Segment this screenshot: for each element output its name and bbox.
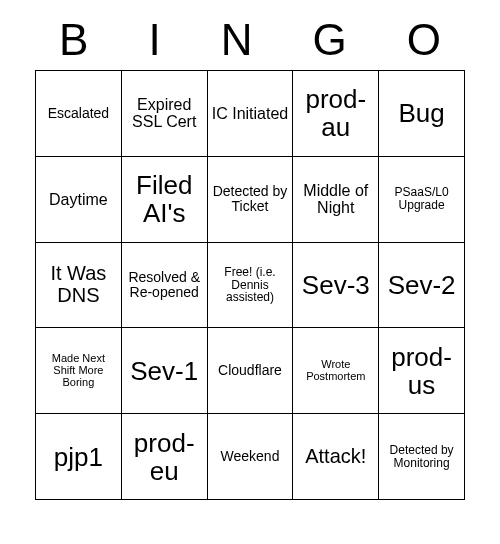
cell-text: Made Next Shift More Boring bbox=[40, 353, 117, 389]
cell-text: Escalated bbox=[48, 106, 109, 121]
bingo-cell[interactable]: Cloudflare bbox=[208, 328, 294, 414]
bingo-cell[interactable]: Weekend bbox=[208, 414, 294, 500]
bingo-cell[interactable]: Sev-1 bbox=[122, 328, 208, 414]
bingo-cell[interactable]: PSaaS/L0 Upgrade bbox=[379, 157, 465, 243]
bingo-cell[interactable]: Expired SSL Cert bbox=[122, 71, 208, 157]
bingo-cell[interactable]: Made Next Shift More Boring bbox=[36, 328, 122, 414]
cell-text: Sev-1 bbox=[130, 357, 198, 385]
bingo-cell[interactable]: prod-us bbox=[379, 328, 465, 414]
cell-text: Expired SSL Cert bbox=[126, 96, 203, 131]
header-letter: N bbox=[221, 18, 253, 62]
bingo-cell[interactable]: Attack! bbox=[293, 414, 379, 500]
cell-text: prod-us bbox=[383, 343, 460, 399]
bingo-cell[interactable]: Middle of Night bbox=[293, 157, 379, 243]
bingo-cell[interactable]: It Was DNS bbox=[36, 243, 122, 329]
cell-text: It Was DNS bbox=[40, 263, 117, 306]
bingo-cell[interactable]: Escalated bbox=[36, 71, 122, 157]
bingo-board: Escalated Expired SSL Cert IC Initiated … bbox=[35, 70, 465, 500]
header-letter: G bbox=[312, 18, 346, 62]
cell-text: Sev-2 bbox=[388, 271, 456, 299]
cell-text: Attack! bbox=[305, 446, 366, 468]
cell-text: pjp1 bbox=[54, 443, 103, 471]
cell-text: IC Initiated bbox=[212, 105, 288, 122]
bingo-cell[interactable]: Sev-3 bbox=[293, 243, 379, 329]
bingo-cell[interactable]: pjp1 bbox=[36, 414, 122, 500]
cell-text: prod-au bbox=[297, 85, 374, 141]
cell-text: Cloudflare bbox=[218, 363, 282, 378]
cell-text: Daytime bbox=[49, 191, 108, 208]
cell-text: Filed AI's bbox=[126, 171, 203, 227]
cell-text: Detected by Monitoring bbox=[383, 444, 460, 470]
bingo-cell[interactable]: prod-eu bbox=[122, 414, 208, 500]
bingo-cell[interactable]: Detected by Ticket bbox=[208, 157, 294, 243]
bingo-header: B I N G O bbox=[35, 18, 465, 62]
cell-text: Wrote Postmortem bbox=[297, 359, 374, 383]
cell-text: prod-eu bbox=[126, 429, 203, 485]
cell-text: Middle of Night bbox=[297, 182, 374, 217]
bingo-cell[interactable]: Bug bbox=[379, 71, 465, 157]
header-letter: I bbox=[148, 18, 160, 62]
cell-text: Resolved & Re-opened bbox=[126, 270, 203, 300]
bingo-cell[interactable]: IC Initiated bbox=[208, 71, 294, 157]
header-letter: O bbox=[407, 18, 441, 62]
bingo-cell[interactable]: prod-au bbox=[293, 71, 379, 157]
bingo-cell[interactable]: Daytime bbox=[36, 157, 122, 243]
cell-text: Weekend bbox=[221, 449, 280, 464]
bingo-cell[interactable]: Wrote Postmortem bbox=[293, 328, 379, 414]
bingo-cell[interactable]: Detected by Monitoring bbox=[379, 414, 465, 500]
bingo-cell[interactable]: Resolved & Re-opened bbox=[122, 243, 208, 329]
cell-text: Free! (i.e. Dennis assisted) bbox=[212, 266, 289, 305]
cell-text: PSaaS/L0 Upgrade bbox=[383, 186, 460, 212]
cell-text: Bug bbox=[398, 99, 444, 127]
bingo-cell-free[interactable]: Free! (i.e. Dennis assisted) bbox=[208, 243, 294, 329]
bingo-cell[interactable]: Sev-2 bbox=[379, 243, 465, 329]
cell-text: Sev-3 bbox=[302, 271, 370, 299]
cell-text: Detected by Ticket bbox=[212, 184, 289, 214]
bingo-cell[interactable]: Filed AI's bbox=[122, 157, 208, 243]
header-letter: B bbox=[59, 18, 88, 62]
